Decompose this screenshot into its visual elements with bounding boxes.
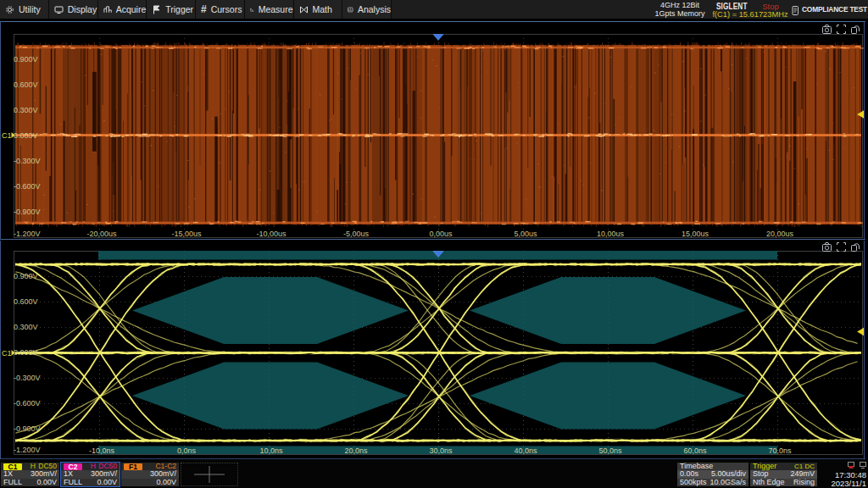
svg-text:C1: C1	[2, 349, 12, 358]
svg-text:-10,0ns: -10,0ns	[89, 446, 115, 455]
svg-text:50,0ns: 50,0ns	[598, 446, 622, 455]
svg-text:0.300V: 0.300V	[14, 106, 38, 114]
svg-text:70,0ns: 70,0ns	[768, 446, 792, 455]
svg-text:-1.200V: -1.200V	[14, 446, 41, 454]
svg-text:10,0ns: 10,0ns	[259, 446, 283, 455]
svg-text:15,00us: 15,00us	[682, 230, 709, 238]
svg-text:20,0ns: 20,0ns	[344, 446, 368, 455]
svg-text:30,0ns: 30,0ns	[429, 446, 453, 455]
svg-text:-10,00us: -10,00us	[256, 230, 287, 238]
svg-text:0.600V: 0.600V	[14, 297, 38, 306]
svg-text:0,0ns: 0,0ns	[177, 446, 197, 455]
svg-text:-0.300V: -0.300V	[14, 157, 41, 165]
svg-text:0.600V: 0.600V	[14, 80, 38, 89]
svg-text:0.300V: 0.300V	[14, 323, 38, 331]
svg-text:0,00us: 0,00us	[429, 230, 453, 238]
svg-text:0.000V: 0.000V	[14, 131, 38, 140]
svg-text:-15,00us: -15,00us	[171, 230, 202, 238]
svg-text:40,0ns: 40,0ns	[514, 446, 537, 455]
svg-text:20,00us: 20,00us	[766, 230, 794, 238]
svg-text:0.900V: 0.900V	[14, 55, 38, 64]
svg-text:-0.300V: -0.300V	[14, 374, 41, 382]
svg-text:0.900V: 0.900V	[14, 272, 38, 280]
svg-text:10,00us: 10,00us	[597, 230, 625, 238]
svg-text:C1: C1	[2, 131, 12, 140]
svg-text:5,00us: 5,00us	[514, 230, 537, 238]
svg-text:-0.600V: -0.600V	[14, 399, 41, 408]
svg-text:-5,00us: -5,00us	[343, 230, 370, 238]
svg-text:-0.900V: -0.900V	[14, 208, 41, 216]
svg-text:-0.900V: -0.900V	[14, 424, 41, 433]
svg-text:-20,00us: -20,00us	[86, 230, 117, 238]
svg-text:-0.600V: -0.600V	[14, 182, 41, 191]
svg-text:0.000V: 0.000V	[14, 348, 38, 357]
svg-text:60,0ns: 60,0ns	[683, 446, 707, 455]
svg-text:-1.200V: -1.200V	[14, 230, 41, 238]
